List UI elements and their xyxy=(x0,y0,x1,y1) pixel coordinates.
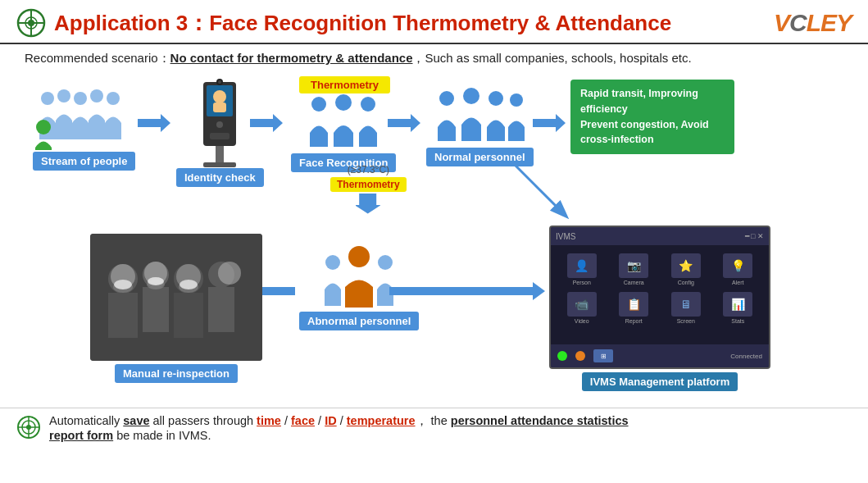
ivms-bottom-bar: ⊞ Connected xyxy=(551,344,769,367)
crowd-svg xyxy=(90,234,262,361)
status-orange-dot xyxy=(575,351,585,361)
face-recognition-group: Face Recognition xyxy=(291,88,396,172)
svg-marker-26 xyxy=(388,114,420,132)
svg-point-25 xyxy=(361,97,375,112)
ivms-icon-item: 💡 Alert xyxy=(716,253,761,285)
svg-point-6 xyxy=(57,89,70,103)
footer-mid1: all passers through xyxy=(150,414,257,427)
arrow4 xyxy=(533,111,566,139)
face-recognition-people-svg xyxy=(298,88,389,153)
diagram-container: Stream of people Identity check xyxy=(8,70,860,406)
temp-condition: (≥37.3°C) xyxy=(348,164,389,175)
svg-point-29 xyxy=(489,91,503,106)
svg-point-35 xyxy=(348,246,370,267)
svg-point-7 xyxy=(74,92,87,105)
footer-icon xyxy=(16,415,41,440)
green-line2: Prevent congestion, Avoid cross-infectio… xyxy=(580,117,725,148)
footer-text: Automatically save all passers through t… xyxy=(49,413,629,442)
footer-save: save xyxy=(123,414,149,427)
ivms-icon-item: 👤 Person xyxy=(559,253,605,285)
ivms-title: IVMS xyxy=(556,232,575,241)
svg-point-5 xyxy=(41,92,54,105)
svg-marker-31 xyxy=(533,114,566,132)
logo: VCLEY xyxy=(774,9,852,37)
ivms-icon-item: 📷 Camera xyxy=(611,253,657,285)
abnormal-personnel-label: Abnormal personnel xyxy=(299,312,419,330)
ivms-group: IVMS ━ □ ✕ 👤 Person 📷 Camera ⭐ Config 💡 xyxy=(549,226,770,391)
footer-slash2: / xyxy=(315,414,325,427)
green-result-box: Rapid transit, Improving efficiency Prev… xyxy=(570,80,734,154)
scenario-highlight: No contact for thermometry & attendance xyxy=(170,51,413,65)
svg-point-37 xyxy=(378,255,393,270)
svg-rect-12 xyxy=(216,144,224,164)
app-icon xyxy=(16,8,46,38)
normal-personnel-group: Normal personnel xyxy=(426,82,534,166)
stream-label: Stream of people xyxy=(33,152,135,171)
svg-marker-11 xyxy=(138,114,170,132)
svg-point-19 xyxy=(218,80,221,84)
diag-arrow xyxy=(508,158,574,227)
arrow3 xyxy=(388,111,420,139)
thermometry-badge2: Thermometry xyxy=(330,177,407,192)
footer-prefix: Automatically xyxy=(49,414,123,427)
footer-comma: ， the xyxy=(416,414,451,427)
svg-point-36 xyxy=(325,255,340,270)
svg-point-23 xyxy=(311,97,326,112)
svg-marker-32 xyxy=(356,194,380,214)
svg-point-57 xyxy=(114,280,132,289)
svg-point-59 xyxy=(180,280,198,289)
svg-point-8 xyxy=(90,89,103,103)
svg-rect-52 xyxy=(90,234,262,361)
scenario-label: Recommended scenario： xyxy=(25,51,170,65)
green-line1: Rapid transit, Improving efficiency xyxy=(580,86,725,117)
svg-point-58 xyxy=(148,277,164,285)
footer-time: time xyxy=(257,414,281,427)
footer-stats: personnel attendance statistics xyxy=(451,414,629,427)
svg-point-27 xyxy=(439,91,454,106)
svg-rect-21 xyxy=(210,133,229,139)
scenario-line: Recommended scenario：No contact for ther… xyxy=(0,44,868,70)
footer-slash3: / xyxy=(337,414,347,427)
scenario-rest: ，Such as small companies, schools, hospi… xyxy=(412,51,691,65)
device-svg xyxy=(187,74,252,168)
svg-point-20 xyxy=(216,121,223,128)
right-arrow xyxy=(389,279,545,307)
down-arrow-group: (≥37.3°C) Thermometry xyxy=(330,164,407,222)
status-green-dot xyxy=(557,351,567,361)
abnormal-people-svg xyxy=(318,242,400,312)
manual-reinspection-label: Manual re-inspection xyxy=(115,364,238,383)
stream-people-svg xyxy=(35,78,134,152)
page-title: Application 3：Face Recognition Thermomet… xyxy=(54,9,671,38)
footer-id: ID xyxy=(325,414,337,427)
ivms-icon-item: 🖥 Screen xyxy=(663,292,709,324)
svg-marker-22 xyxy=(250,114,283,132)
footer-newline: report form xyxy=(49,429,113,442)
svg-point-56 xyxy=(218,262,241,285)
identity-label: Identity check xyxy=(176,168,264,187)
title-highlight: Attendance xyxy=(556,11,672,35)
ivms-titlebar: IVMS ━ □ ✕ xyxy=(551,227,769,245)
title-prefix: Application 3：Face Recognition Thermomet… xyxy=(54,11,556,35)
arrow1 xyxy=(138,111,170,139)
footer-suffix: be made in IVMS. xyxy=(113,429,211,442)
ivms-screen: IVMS ━ □ ✕ 👤 Person 📷 Camera ⭐ Config 💡 xyxy=(549,226,770,369)
svg-rect-13 xyxy=(203,162,236,167)
svg-point-3 xyxy=(28,20,34,26)
svg-marker-39 xyxy=(389,282,545,300)
photo-group: Manual re-inspection xyxy=(90,234,262,383)
ivms-icon-item: 📊 Stats xyxy=(716,292,761,324)
normal-people-svg xyxy=(430,82,529,148)
svg-point-28 xyxy=(463,88,479,104)
svg-point-30 xyxy=(510,93,523,107)
footer-slash1: / xyxy=(281,414,291,427)
footer-temperature: temperature xyxy=(347,414,416,427)
svg-rect-17 xyxy=(213,103,226,112)
crowd-photo xyxy=(90,234,262,361)
footer: Automatically save all passers through t… xyxy=(0,408,868,442)
ivms-icon-item: 📋 Report xyxy=(611,292,657,324)
svg-line-34 xyxy=(512,162,566,216)
ivms-icon-item: 📹 Video xyxy=(559,292,605,324)
svg-point-10 xyxy=(36,120,51,134)
arrow2 xyxy=(250,111,283,139)
svg-point-16 xyxy=(213,90,226,103)
